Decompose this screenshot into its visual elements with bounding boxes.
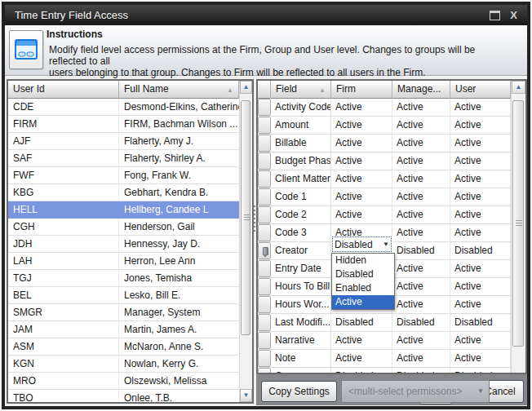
firm-cell[interactable]: Active <box>331 350 392 367</box>
row-indicator[interactable] <box>258 152 271 170</box>
user-cell[interactable]: Active <box>450 135 511 152</box>
column-header-field[interactable]: Field▲ <box>271 81 331 99</box>
manage-cell[interactable]: Disabled <box>392 368 450 374</box>
column-header-firm[interactable]: Firm <box>331 81 392 99</box>
field-row[interactable]: NarrativeActiveActiveActive <box>258 332 511 350</box>
user-row[interactable]: SAFFlaherty, Shirley A. <box>8 150 239 167</box>
user-cell[interactable]: Active <box>450 350 511 367</box>
scrollbar-thumb[interactable] <box>512 100 524 347</box>
firm-cell[interactable]: Disabled <box>331 368 392 374</box>
manage-cell[interactable]: Active <box>392 206 450 223</box>
close-icon[interactable]: X <box>510 5 517 25</box>
row-indicator[interactable] <box>258 170 271 188</box>
user-cell[interactable]: Active <box>450 278 511 295</box>
user-cell[interactable]: Active <box>450 152 511 170</box>
manage-cell[interactable]: Active <box>392 224 450 241</box>
column-header-user[interactable]: User <box>450 81 511 99</box>
user-cell[interactable]: Active <box>450 296 511 313</box>
scroll-down-icon[interactable]: ▼ <box>240 389 252 402</box>
column-header-user-id[interactable]: User Id <box>8 81 119 99</box>
user-row[interactable]: MROOlszewski, Melissa <box>8 373 239 390</box>
manage-cell[interactable]: Disabled <box>392 242 450 259</box>
firm-cell[interactable]: Active <box>331 117 392 134</box>
users-table-scrollbar[interactable]: ▲ ▼ <box>239 81 252 402</box>
user-cell[interactable]: Active <box>450 206 511 223</box>
firm-cell[interactable]: Active <box>331 188 392 206</box>
manage-cell[interactable]: Active <box>392 117 450 134</box>
row-indicator[interactable] <box>258 350 271 367</box>
user-row[interactable]: FWFFong, Frank W. <box>8 167 239 184</box>
user-cell[interactable]: Active <box>450 188 511 206</box>
field-row[interactable]: Code 1ActiveActiveActive <box>258 188 511 206</box>
user-row[interactable]: KBGGebhart, Kendra B. <box>8 184 239 201</box>
row-indicator[interactable] <box>258 296 271 313</box>
panel-splitter-grip[interactable] <box>254 206 255 233</box>
row-indicator[interactable] <box>258 224 271 241</box>
permission-combo-editor[interactable]: Disabled ▼ <box>331 236 392 253</box>
manage-cell[interactable]: Active <box>392 170 450 188</box>
user-row[interactable]: JDHHennessy, Jay D. <box>8 236 239 253</box>
column-header-manage[interactable]: Manage... <box>392 81 450 99</box>
user-row[interactable]: TBOOnlee, T.B. <box>8 390 239 404</box>
user-cell[interactable]: Disabled <box>450 368 511 374</box>
manage-cell[interactable]: Disabled <box>392 314 450 331</box>
row-indicator[interactable] <box>258 117 271 134</box>
manage-cell[interactable]: Active <box>392 296 450 313</box>
firm-cell[interactable]: Active <box>331 135 392 152</box>
user-row[interactable]: AJFFlaherty, Amy J. <box>8 133 239 150</box>
scroll-up-icon[interactable]: ▲ <box>240 81 252 94</box>
column-header-full-name[interactable]: Full Name▲ <box>119 81 239 99</box>
manage-cell[interactable]: Active <box>392 99 450 116</box>
manage-cell[interactable]: Active <box>392 135 450 152</box>
row-indicator[interactable] <box>258 188 271 206</box>
row-indicator[interactable] <box>258 135 271 152</box>
field-row[interactable]: Code 2ActiveActiveActive <box>258 206 511 224</box>
user-row[interactable]: LAHHerron, Lee Ann <box>8 253 239 270</box>
row-indicator[interactable] <box>258 278 271 295</box>
user-cell[interactable]: Disabled <box>450 242 511 259</box>
user-row[interactable]: SMGRManager, System <box>8 304 239 321</box>
row-indicator[interactable] <box>258 332 271 349</box>
dropdown-option-active-highlighted[interactable]: Active <box>332 295 394 309</box>
row-indicator[interactable] <box>258 99 271 116</box>
scroll-up-icon[interactable]: ▲ <box>512 81 525 94</box>
manage-cell[interactable]: Active <box>392 350 450 367</box>
row-indicator-editing[interactable] <box>258 242 271 259</box>
field-row[interactable]: BillableActiveActiveActive <box>258 135 511 152</box>
copy-settings-button[interactable]: Copy Settings <box>261 381 337 402</box>
firm-cell[interactable]: Active <box>331 99 392 116</box>
user-row[interactable]: JAMMartin, James A. <box>8 321 239 338</box>
multi-select-permissions-combo[interactable]: <multi-select permissons> ▼ <box>341 380 490 403</box>
field-row[interactable]: Last Modifi...DisabledDisabledDisabled <box>258 314 511 332</box>
user-cell[interactable]: Active <box>450 170 511 188</box>
manage-cell[interactable]: Active <box>392 278 450 295</box>
row-indicator[interactable] <box>258 206 271 223</box>
field-row[interactable]: Client MatterActiveActiveActive <box>258 170 511 188</box>
row-indicator[interactable] <box>258 260 271 277</box>
title-bar[interactable]: Time Entry Field Access X <box>5 5 527 25</box>
user-cell[interactable]: Disabled <box>450 314 511 331</box>
user-row[interactable]: ASMMcNaron, Anne S. <box>8 338 239 356</box>
field-row[interactable]: AmountActiveActiveActive <box>258 117 511 135</box>
user-row[interactable]: FIRMFIRM, Bachman Wilson ... <box>8 116 239 133</box>
user-cell[interactable]: Active <box>450 224 511 241</box>
row-indicator[interactable] <box>258 314 271 331</box>
row-indicator[interactable] <box>258 368 271 374</box>
user-cell[interactable]: Active <box>450 260 511 277</box>
manage-cell[interactable]: Active <box>392 332 450 349</box>
user-cell[interactable]: Active <box>450 99 511 116</box>
field-row[interactable]: Budget PhaseActiveActiveActive <box>258 152 511 170</box>
restore-window-icon[interactable] <box>490 11 500 20</box>
user-row-selected[interactable]: HELLHellberg, Candee L <box>8 201 239 219</box>
dropdown-option-hidden[interactable]: Hidden <box>332 254 394 267</box>
dropdown-option-enabled[interactable]: Enabled <box>332 281 394 295</box>
firm-cell[interactable]: Active <box>331 332 392 349</box>
fields-table-scrollbar[interactable]: ▲ <box>511 81 525 373</box>
user-cell[interactable]: Active <box>450 332 511 349</box>
firm-cell[interactable]: Disabled <box>331 314 392 331</box>
user-row[interactable]: CGHHenderson, Gail <box>8 219 239 236</box>
firm-cell[interactable]: Active <box>331 170 392 188</box>
scrollbar-thumb[interactable] <box>241 100 250 335</box>
field-row[interactable]: OwnerDisabledDisabledDisabled <box>258 368 511 374</box>
user-cell[interactable]: Active <box>450 117 511 134</box>
